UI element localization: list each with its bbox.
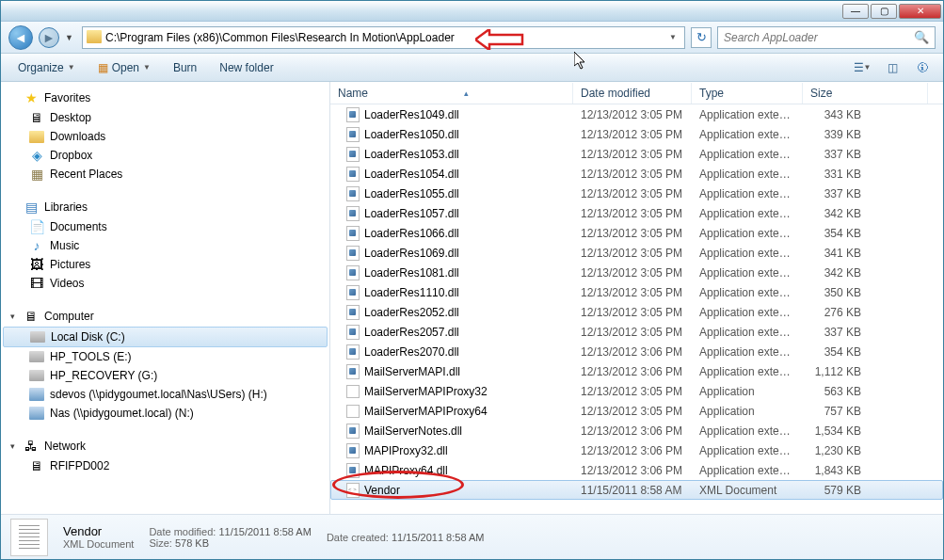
title-bar[interactable]: — ▢ ✕ bbox=[1, 1, 943, 22]
search-input[interactable] bbox=[724, 31, 914, 44]
file-name-cell: LoaderRes1055.dll bbox=[338, 186, 573, 201]
file-name: LoaderRes1049.dll bbox=[364, 108, 459, 121]
nav-videos[interactable]: 🎞Videos bbox=[1, 274, 329, 293]
organize-button[interactable]: Organize ▼ bbox=[8, 58, 85, 77]
details-date-modified: 11/15/2011 8:58 AM bbox=[218, 526, 311, 537]
view-options-button[interactable]: ☰ ▼ bbox=[849, 57, 875, 78]
file-name: MAPIProxy32.dll bbox=[364, 444, 448, 457]
file-row[interactable]: MAPIProxy32.dll12/13/2012 3:06 PMApplica… bbox=[330, 440, 943, 460]
details-size: 578 KB bbox=[175, 537, 209, 549]
file-size: 350 KB bbox=[803, 286, 869, 299]
nav-music[interactable]: ♪Music bbox=[1, 236, 329, 255]
nav-history-dropdown[interactable]: ▼ bbox=[65, 33, 76, 42]
file-name: LoaderRes1110.dll bbox=[364, 286, 459, 299]
file-type: Application extens... bbox=[692, 306, 803, 319]
nav-desktop[interactable]: 🖥Desktop bbox=[1, 108, 329, 127]
file-name: LoaderRes1053.dll bbox=[364, 148, 459, 161]
nav-pictures[interactable]: 🖼Pictures bbox=[1, 255, 329, 274]
explorer-window: — ▢ ✕ ◄ ► ▼ C:\Program Files (x86)\Commo… bbox=[0, 0, 944, 560]
file-type: Application extens... bbox=[692, 207, 803, 220]
nav-hp-recovery[interactable]: HP_RECOVERY (G:) bbox=[1, 366, 329, 385]
file-row[interactable]: LoaderRes1049.dll12/13/2012 3:05 PMAppli… bbox=[330, 104, 943, 124]
file-name: Vendor bbox=[364, 484, 400, 497]
file-type: Application extens... bbox=[692, 266, 803, 280]
nav-local-disk-c[interactable]: Local Disk (C:) bbox=[3, 327, 328, 347]
file-row[interactable]: LoaderRes2057.dll12/13/2012 3:05 PMAppli… bbox=[330, 322, 943, 342]
file-size: 1,534 KB bbox=[803, 424, 869, 438]
new-folder-button[interactable]: New folder bbox=[210, 58, 282, 77]
nav-net-drive-h[interactable]: sdevos (\\pidygoumet.local\Nas\USers) (H… bbox=[1, 385, 329, 404]
file-list[interactable]: LoaderRes1049.dll12/13/2012 3:05 PMAppli… bbox=[330, 104, 943, 514]
file-row[interactable]: LoaderRes2070.dll12/13/2012 3:06 PMAppli… bbox=[330, 342, 943, 361]
file-icon bbox=[345, 265, 360, 280]
nav-dropbox[interactable]: ◈Dropbox bbox=[1, 146, 329, 165]
nav-downloads[interactable]: Downloads bbox=[1, 127, 329, 146]
file-row[interactable]: MailServerMAPIProxy3212/13/2012 3:05 PMA… bbox=[330, 381, 943, 401]
file-row[interactable]: LoaderRes1053.dll12/13/2012 3:05 PMAppli… bbox=[330, 144, 943, 164]
file-date: 12/13/2012 3:05 PM bbox=[573, 266, 692, 280]
burn-button[interactable]: Burn bbox=[164, 58, 206, 77]
file-date: 12/13/2012 3:05 PM bbox=[573, 247, 692, 260]
file-type: Application extens... bbox=[692, 424, 803, 438]
nav-net-drive-n[interactable]: Nas (\\pidygoumet.local) (N:) bbox=[1, 404, 329, 423]
maximize-button[interactable]: ▢ bbox=[871, 4, 897, 19]
nav-recent[interactable]: ▦Recent Places bbox=[1, 165, 329, 184]
forward-button[interactable]: ► bbox=[39, 27, 59, 48]
details-file-type: XML Document bbox=[63, 538, 134, 550]
file-row[interactable]: LoaderRes1055.dll12/13/2012 3:05 PMAppli… bbox=[330, 184, 943, 203]
nav-documents[interactable]: 📄Documents bbox=[1, 217, 329, 236]
file-row[interactable]: LoaderRes1066.dll12/13/2012 3:05 PMAppli… bbox=[330, 223, 943, 243]
network-group[interactable]: ▾🖧Network bbox=[1, 436, 329, 456]
refresh-button[interactable]: ↻ bbox=[691, 27, 712, 48]
file-type: Application extens... bbox=[692, 187, 803, 200]
search-icon[interactable]: 🔍 bbox=[914, 30, 929, 44]
file-row[interactable]: MAPIProxy64.dll12/13/2012 3:06 PMApplica… bbox=[330, 460, 943, 480]
file-name-cell: LoaderRes2057.dll bbox=[338, 325, 573, 340]
file-row[interactable]: LoaderRes1057.dll12/13/2012 3:05 PMAppli… bbox=[330, 203, 943, 223]
column-name[interactable]: Name▴ bbox=[330, 83, 573, 104]
folder-icon bbox=[87, 30, 102, 45]
file-size: 354 KB bbox=[803, 227, 869, 240]
file-row[interactable]: MailServerMAPI.dll12/13/2012 3:06 PMAppl… bbox=[330, 361, 943, 381]
file-row[interactable]: LoaderRes1110.dll12/13/2012 3:05 PMAppli… bbox=[330, 282, 943, 302]
file-row[interactable]: LoaderRes1081.dll12/13/2012 3:05 PMAppli… bbox=[330, 263, 943, 282]
sort-arrow-icon: ▴ bbox=[464, 88, 469, 98]
file-row[interactable]: MailServerNotes.dll12/13/2012 3:06 PMApp… bbox=[330, 421, 943, 440]
search-box[interactable]: 🔍 bbox=[717, 26, 936, 49]
file-row[interactable]: LoaderRes1069.dll12/13/2012 3:05 PMAppli… bbox=[330, 243, 943, 263]
file-name: MailServerNotes.dll bbox=[364, 424, 462, 438]
address-bar[interactable]: C:\Program Files (x86)\Common Files\Rese… bbox=[82, 26, 685, 49]
address-dropdown-icon[interactable]: ▼ bbox=[669, 33, 677, 41]
navigation-pane[interactable]: ★Favorites 🖥Desktop Downloads ◈Dropbox ▦… bbox=[1, 82, 330, 514]
file-date: 12/13/2012 3:06 PM bbox=[573, 424, 692, 438]
file-row[interactable]: MailServerMAPIProxy6412/13/2012 3:05 PMA… bbox=[330, 401, 943, 421]
help-button[interactable]: 🛈 bbox=[909, 57, 936, 78]
address-path-text[interactable]: C:\Program Files (x86)\Common Files\Rese… bbox=[105, 31, 669, 44]
file-icon bbox=[345, 107, 360, 122]
file-row[interactable]: LoaderRes2052.dll12/13/2012 3:05 PMAppli… bbox=[330, 302, 943, 322]
column-date[interactable]: Date modified bbox=[573, 83, 692, 104]
file-icon bbox=[345, 364, 360, 379]
favorites-group[interactable]: ★Favorites bbox=[1, 88, 329, 108]
libraries-group[interactable]: ▤Libraries bbox=[1, 197, 329, 217]
close-button[interactable]: ✕ bbox=[899, 4, 941, 19]
column-headers[interactable]: Name▴ Date modified Type Size bbox=[330, 82, 943, 104]
open-button[interactable]: ▦ Open ▼ bbox=[88, 58, 160, 77]
file-icon bbox=[345, 285, 360, 300]
details-date-created: 11/15/2011 8:58 AM bbox=[392, 532, 484, 543]
minimize-button[interactable]: — bbox=[842, 4, 869, 19]
computer-group[interactable]: ▾🖥Computer bbox=[1, 306, 329, 327]
preview-pane-button[interactable]: ◫ bbox=[879, 57, 905, 78]
file-row[interactable]: LoaderRes1054.dll12/13/2012 3:05 PMAppli… bbox=[330, 164, 943, 184]
file-name-cell: MailServerMAPI.dll bbox=[338, 364, 573, 379]
file-row[interactable]: LoaderRes1050.dll12/13/2012 3:05 PMAppli… bbox=[330, 124, 943, 144]
column-type[interactable]: Type bbox=[692, 83, 803, 104]
back-button[interactable]: ◄ bbox=[8, 25, 33, 50]
column-size[interactable]: Size bbox=[803, 83, 928, 104]
nav-network-computer[interactable]: 🖥RFIFPD002 bbox=[1, 456, 329, 475]
file-row[interactable]: Vendor11/15/2011 8:58 AMXML Document579 … bbox=[330, 480, 943, 500]
nav-hp-tools[interactable]: HP_TOOLS (E:) bbox=[1, 347, 329, 366]
file-size: 354 KB bbox=[803, 345, 869, 359]
file-name: LoaderRes1055.dll bbox=[364, 187, 459, 200]
file-date: 11/15/2011 8:58 AM bbox=[573, 484, 692, 497]
